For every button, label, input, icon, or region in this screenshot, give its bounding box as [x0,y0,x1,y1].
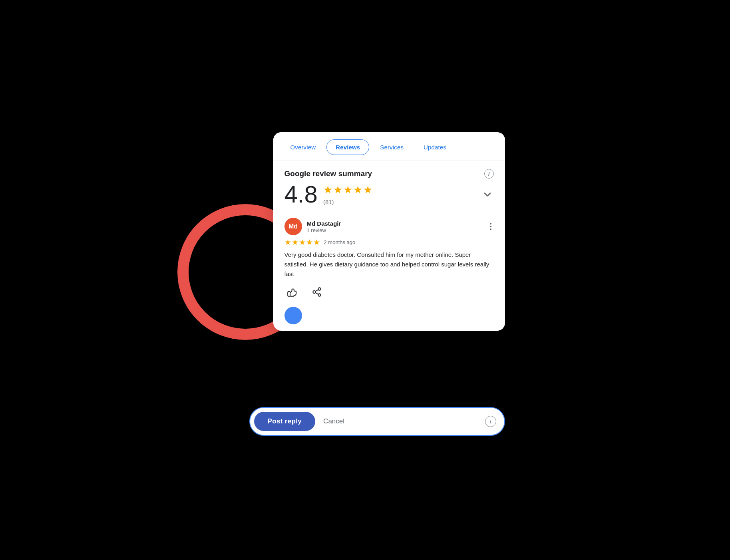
review-stars: ★ ★ ★ ★ ★ [284,238,320,247]
rating-number: 4.8 [284,183,318,207]
review-star-5: ★ [313,238,320,247]
tab-reviews[interactable]: Reviews [326,139,369,155]
reviewer-info: Md Dastagir 1 review [307,220,341,233]
card-content: Google review summary i 4.8 ★ ★ ★ ★ ★ [273,161,505,331]
reviewer-avatar: Md [284,218,302,235]
tab-bar: Overview Reviews Services Updates [273,132,505,155]
review-action-row [284,284,494,305]
review-count: (81) [323,199,372,205]
cancel-button[interactable]: Cancel [319,412,348,431]
reviewer-row: Md Md Dastagir 1 review [284,218,494,235]
review-summary-header: Google review summary i [284,169,494,179]
bottom-info-icon[interactable]: i [485,416,496,427]
thumbs-up-icon [287,287,297,297]
reviewer-left: Md Md Dastagir 1 review [284,218,341,235]
svg-line-4 [315,290,318,291]
review-more-button[interactable] [487,221,494,232]
review-star-2: ★ [292,238,298,247]
star-2: ★ [333,184,342,196]
rating-stars-block: ★ ★ ★ ★ ★ (81) [323,184,372,205]
review-text: Very good diabetes doctor. Consulted him… [284,250,494,279]
star-4: ★ [353,184,362,196]
expand-chevron[interactable] [481,188,494,201]
star-5: ★ [363,184,372,196]
main-card: Overview Reviews Services Updates Google… [273,132,505,331]
rating-row: 4.8 ★ ★ ★ ★ ★ (81) [284,183,494,207]
star-1: ★ [323,184,332,196]
review-star-1: ★ [284,238,291,247]
rating-left: 4.8 ★ ★ ★ ★ ★ (81) [284,183,372,207]
stars-row: ★ ★ ★ ★ ★ [323,184,372,196]
bottom-action-bar: Post reply Cancel i [249,407,505,436]
review-item: Md Md Dastagir 1 review ★ [284,214,494,324]
review-star-4: ★ [306,238,313,247]
reviewer-review-count: 1 review [307,227,341,233]
tab-overview[interactable]: Overview [281,139,325,155]
tab-services[interactable]: Services [371,139,413,155]
star-3: ★ [343,184,352,196]
summary-info-icon[interactable]: i [484,169,494,179]
svg-line-3 [315,293,318,294]
review-star-3: ★ [299,238,306,247]
review-time: 2 months ago [324,239,356,245]
tab-updates[interactable]: Updates [414,139,456,155]
reviewer-name: Md Dastagir [307,220,341,227]
next-reviewer-avatar [284,307,302,324]
share-button[interactable] [309,284,324,300]
thumbs-up-button[interactable] [284,284,300,300]
post-reply-button[interactable]: Post reply [254,412,316,431]
review-summary-title: Google review summary [284,169,372,178]
share-icon [312,287,322,297]
review-stars-row: ★ ★ ★ ★ ★ 2 months ago [284,238,494,247]
